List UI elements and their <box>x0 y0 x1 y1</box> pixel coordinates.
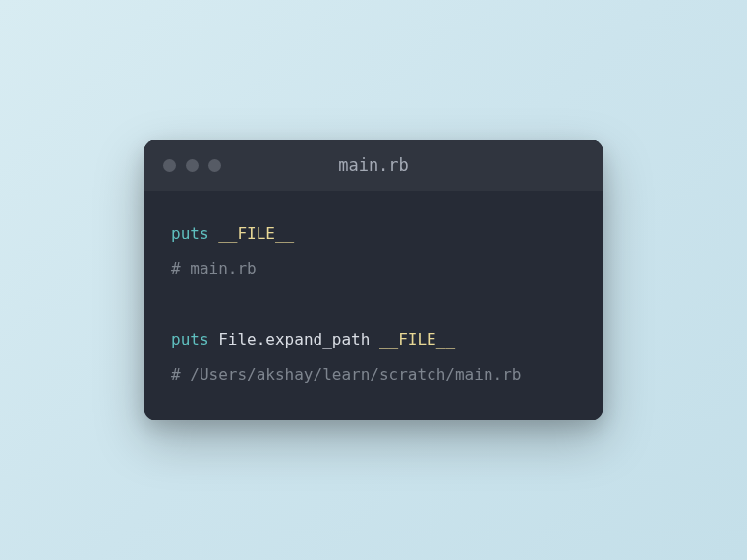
keyword-puts: puts <box>171 224 209 243</box>
code-editor-window: main.rb puts __FILE__ # main.rb puts Fil… <box>144 140 603 420</box>
blank-line <box>171 293 576 316</box>
dot: . <box>257 330 266 349</box>
title-bar: main.rb <box>144 140 603 191</box>
method-expand-path: expand_path <box>265 330 370 349</box>
comment: # /Users/akshay/learn/scratch/main.rb <box>171 365 521 384</box>
code-line-1: puts __FILE__ <box>171 222 576 246</box>
maximize-icon[interactable] <box>208 159 221 172</box>
code-line-3: puts File.expand_path __FILE__ <box>171 328 576 352</box>
constant-file: __FILE__ <box>218 224 294 243</box>
code-line-4: # /Users/akshay/learn/scratch/main.rb <box>171 364 576 387</box>
code-line-2: # main.rb <box>171 257 576 281</box>
minimize-icon[interactable] <box>186 159 199 172</box>
constant-file: __FILE__ <box>379 330 455 349</box>
keyword-puts: puts <box>171 330 209 349</box>
code-content: puts __FILE__ # main.rb puts File.expand… <box>144 191 603 420</box>
window-controls <box>163 159 221 172</box>
class-file: File <box>218 330 257 349</box>
close-icon[interactable] <box>163 159 176 172</box>
comment: # main.rb <box>171 259 257 278</box>
